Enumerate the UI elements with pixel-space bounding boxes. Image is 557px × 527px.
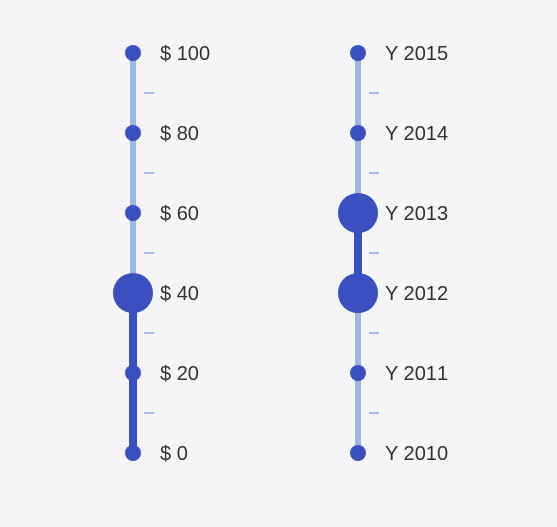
year-thumb-low[interactable] [338,273,378,313]
price-minor-tick [144,412,154,414]
price-label-60: $ 60 [160,202,199,225]
price-marker-80 [125,125,141,141]
year-label-2010: Y 2010 [385,442,448,465]
slider-showcase: $ 100$ 80$ 60$ 40$ 20$ 0Y 2015Y 2014Y 20… [0,0,557,527]
year-label-2015: Y 2015 [385,42,448,65]
price-minor-tick [144,252,154,254]
year-marker-2015 [350,45,366,61]
price-marker-20 [125,365,141,381]
year-marker-2010 [350,445,366,461]
year-minor-tick [369,172,379,174]
year-marker-2011 [350,365,366,381]
year-label-2012: Y 2012 [385,282,448,305]
year-minor-tick [369,412,379,414]
price-label-80: $ 80 [160,122,199,145]
year-label-2013: Y 2013 [385,202,448,225]
price-marker-0 [125,445,141,461]
year-minor-tick [369,92,379,94]
price-label-40: $ 40 [160,282,199,305]
price-minor-tick [144,332,154,334]
year-label-2014: Y 2014 [385,122,448,145]
year-minor-tick [369,332,379,334]
price-label-100: $ 100 [160,42,210,65]
price-label-20: $ 20 [160,362,199,385]
price-marker-100 [125,45,141,61]
price-thumb[interactable] [113,273,153,313]
price-label-0: $ 0 [160,442,188,465]
price-minor-tick [144,92,154,94]
price-marker-60 [125,205,141,221]
year-marker-2014 [350,125,366,141]
price-minor-tick [144,172,154,174]
year-thumb-high[interactable] [338,193,378,233]
year-label-2011: Y 2011 [385,362,448,385]
year-minor-tick [369,252,379,254]
